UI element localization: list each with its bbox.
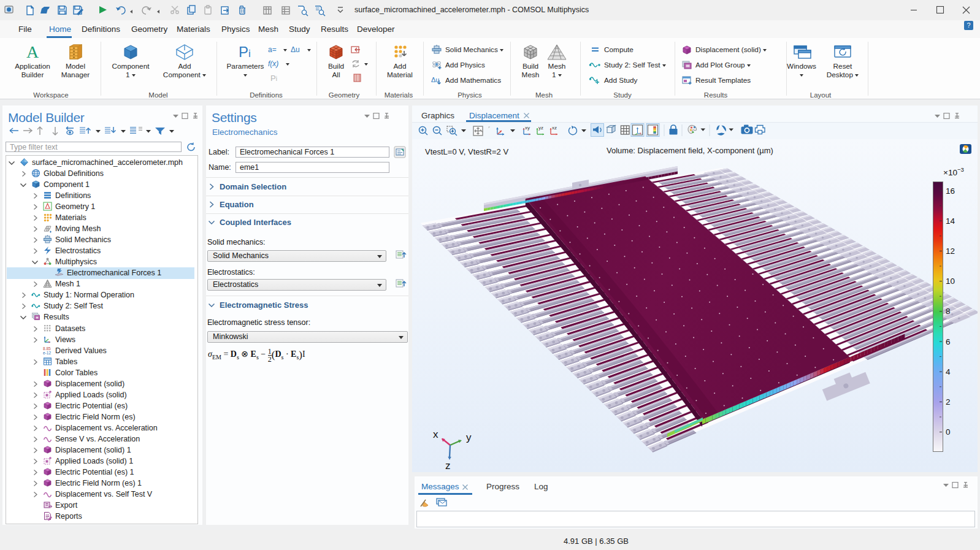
svg-text:xy: xy [525, 125, 530, 131]
svg-text:14: 14 [946, 216, 955, 226]
svg-text:A: A [26, 43, 39, 61]
svg-text:x: x [433, 429, 438, 440]
svg-text:12: 12 [946, 246, 955, 256]
svg-text:Δu: Δu [431, 76, 439, 83]
svg-text:4: 4 [946, 367, 951, 376]
svg-text:0: 0 [946, 427, 951, 437]
svg-text:e-12: e-12 [43, 350, 51, 354]
svg-text:10: 10 [946, 277, 955, 286]
svg-text:6: 6 [946, 337, 951, 346]
svg-text:xz: xz [552, 125, 557, 131]
svg-text:z: z [445, 460, 451, 470]
svg-text:16: 16 [946, 186, 955, 196]
svg-text:8: 8 [946, 307, 951, 316]
svg-text:Δu: Δu [291, 45, 300, 54]
svg-text:Pi: Pi [270, 74, 277, 83]
svg-text:a=: a= [268, 45, 277, 54]
svg-text:yz: yz [538, 125, 543, 131]
svg-text:8.85: 8.85 [43, 346, 51, 350]
svg-text:2: 2 [946, 397, 951, 407]
svg-text:y: y [466, 432, 472, 443]
svg-text:f(x): f(x) [268, 59, 278, 68]
svg-text:Pi: Pi [239, 44, 251, 60]
